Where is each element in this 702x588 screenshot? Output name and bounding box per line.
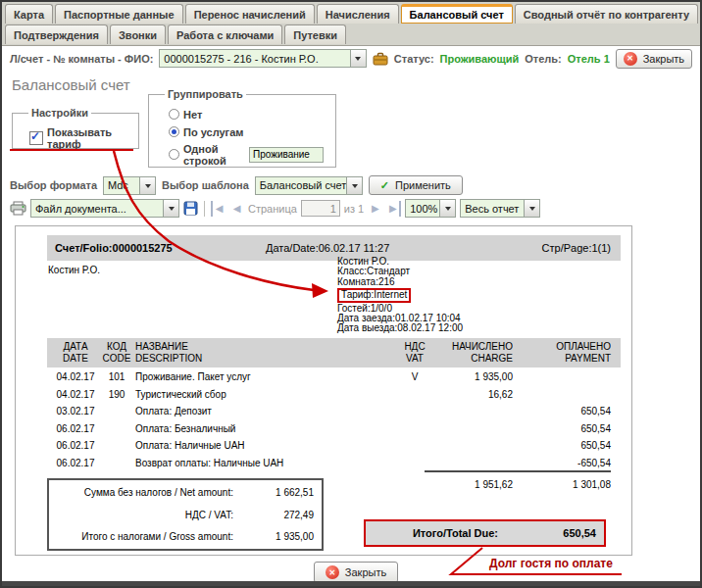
tab-nachisleniya[interactable]: Начисления bbox=[317, 4, 399, 24]
guest-info-line: Комната:216 bbox=[337, 277, 463, 287]
format-row: Выбор формата Mdc Выбор шаблона Балансов… bbox=[10, 175, 463, 195]
cell-date: 06.02.17 bbox=[47, 458, 104, 468]
total-payment: 1 301,08 bbox=[532, 479, 611, 490]
cell-code: 190 bbox=[99, 389, 134, 400]
grouping-group: Группировать Нет По услугам Одной строко… bbox=[148, 88, 336, 168]
show-tariff-label: Показывать тариф bbox=[47, 126, 126, 150]
grouping-group-legend: Группировать bbox=[165, 88, 246, 100]
status-value: Проживающий bbox=[440, 53, 520, 65]
template-select[interactable]: Балансовый счет bbox=[255, 176, 363, 195]
table-row: 03.02.17 Оплата: Депозит 650,54 bbox=[47, 406, 621, 417]
status-label: Статус: bbox=[394, 53, 434, 65]
document-file-select[interactable]: Файл документа... bbox=[30, 199, 179, 218]
cell-vat: V bbox=[393, 371, 436, 382]
total-due-value: 650,54 bbox=[563, 527, 596, 539]
cell-payment: 650,54 bbox=[532, 406, 611, 416]
table-row: 06.02.17 Оплата: Безналичный 650,54 bbox=[47, 423, 621, 435]
tab-putevki[interactable]: Путевки bbox=[284, 24, 346, 44]
show-tariff-option[interactable]: Показывать тариф bbox=[29, 126, 126, 150]
guest-name-left: Костин Р.О. bbox=[48, 265, 100, 275]
apply-button-label: Применить bbox=[395, 179, 451, 191]
guest-info-block: Костин Р.О. Класс:Стандарт Комната:216 Т… bbox=[337, 257, 463, 334]
tab-strip: Карта Паспортные данные Перенос начислен… bbox=[2, 2, 700, 46]
summary-label: Итого с налогами / Gross amount: bbox=[81, 531, 233, 542]
page-title: Балансовый счет bbox=[12, 76, 130, 93]
table-row: 06.02.17 Возврат оплаты: Наличные UAH -6… bbox=[47, 458, 621, 469]
tab-rabota-s-klyuchami[interactable]: Работа с ключами bbox=[168, 24, 282, 44]
cell-code: 101 bbox=[99, 371, 134, 382]
cell-charge: 1 935,00 bbox=[434, 371, 513, 382]
last-page-button[interactable]: ▶ bbox=[386, 201, 401, 217]
report-toolbar: Файл документа... ◀ ◀ Страница из 1 ▶ ▶ … bbox=[10, 198, 540, 219]
total-due-label: Итого/Total Due: bbox=[413, 527, 498, 539]
table-header: ДАТА DATE КОД CODE НАЗВАНИЕ DESCRIPTION … bbox=[47, 338, 621, 368]
cell-desc: Оплата: Безналичный bbox=[135, 423, 235, 434]
single-line-input[interactable] bbox=[249, 147, 324, 163]
prev-page-button[interactable]: ◀ bbox=[229, 201, 244, 217]
show-tariff-checkbox[interactable] bbox=[29, 131, 43, 145]
account-select[interactable]: 0000015275 - 216 - Костин Р.О. bbox=[159, 49, 367, 68]
template-label: Выбор шаблона bbox=[162, 179, 249, 191]
radio-single-line[interactable] bbox=[169, 149, 179, 160]
tab-balansovyy-schet[interactable]: Балансовый счет bbox=[401, 4, 513, 24]
page-number-input[interactable] bbox=[301, 200, 340, 217]
grouping-option-by-service[interactable]: По услугам bbox=[169, 126, 324, 138]
summary-row: Итого с налогами / Gross amount: 1 935,0… bbox=[57, 531, 314, 542]
total-charge: 1 951,62 bbox=[434, 479, 513, 490]
cell-charge: 16,62 bbox=[434, 389, 513, 400]
summary-box: Сумма без налогов / Net amount: 1 662,51… bbox=[47, 478, 324, 551]
close-icon bbox=[326, 565, 339, 579]
close-button-bottom[interactable]: Закрыть bbox=[314, 562, 398, 583]
zoom-select[interactable]: 100% bbox=[405, 199, 456, 218]
format-select[interactable]: Mdc bbox=[103, 176, 156, 195]
radio-none-label: Нет bbox=[183, 109, 202, 121]
first-page-button[interactable]: ◀ bbox=[211, 201, 226, 217]
summary-value: 1 935,00 bbox=[237, 531, 314, 542]
radio-single-line-label: Одной строкой bbox=[183, 143, 245, 167]
cell-payment: -650,54 bbox=[532, 458, 611, 468]
summary-label: НДС / VAT: bbox=[185, 510, 233, 520]
guest-info-line-tariff: Тариф:Internet bbox=[337, 287, 463, 303]
tab-podtverzhdeniya[interactable]: Подтверждения bbox=[5, 24, 108, 44]
tariff-highlight-box: Тариф:Internet bbox=[337, 288, 411, 302]
cell-date: 06.02.17 bbox=[47, 440, 104, 451]
tab-svodnyy-otchet[interactable]: Сводный отчёт по контрагенту bbox=[515, 4, 698, 24]
app-window: Карта Паспортные данные Перенос начислен… bbox=[0, 0, 702, 588]
window-bottom-edge bbox=[2, 581, 700, 586]
toolbar-divider bbox=[204, 201, 205, 217]
printer-icon[interactable] bbox=[10, 201, 26, 216]
tab-pasportnye-dannye[interactable]: Паспортные данные bbox=[55, 4, 183, 24]
radio-none[interactable] bbox=[169, 109, 179, 120]
settings-group: Настройки Показывать тариф bbox=[12, 107, 139, 149]
close-button-top[interactable]: Закрыть bbox=[616, 49, 692, 69]
chevron-down-icon bbox=[163, 200, 178, 217]
cell-date: 04.02.17 bbox=[47, 371, 104, 382]
summary-value: 1 662,51 bbox=[237, 487, 314, 498]
summary-label: Сумма без налогов / Net amount: bbox=[84, 487, 233, 498]
tab-zvonki[interactable]: Звонки bbox=[110, 24, 166, 44]
report-viewport: Счет/Folio:0000015275 Дата/Date:06.02.17… bbox=[15, 225, 632, 556]
next-page-button[interactable]: ▶ bbox=[368, 201, 382, 217]
report-folio: Счет/Folio:0000015275 bbox=[55, 242, 173, 254]
report-header-bar: Счет/Folio:0000015275 Дата/Date:06.02.17… bbox=[47, 235, 621, 261]
document-file-value: Файл документа... bbox=[35, 203, 126, 215]
format-label: Выбор формата bbox=[10, 179, 97, 191]
tab-perenos-nachisleniy[interactable]: Перенос начислений bbox=[185, 4, 315, 24]
scope-select[interactable]: Весь отчет bbox=[460, 199, 540, 218]
grouping-option-none[interactable]: Нет bbox=[169, 109, 324, 121]
tab-karta[interactable]: Карта bbox=[5, 4, 53, 24]
col-charge: НАЧИСЛЕНО CHARGE bbox=[434, 341, 513, 365]
chevron-down-icon bbox=[139, 177, 155, 194]
grouping-option-single-line[interactable]: Одной строкой bbox=[169, 143, 324, 167]
radio-by-service[interactable] bbox=[169, 126, 179, 137]
account-bar: Л/счет - № комнаты - ФИО: 0000015275 - 2… bbox=[10, 48, 692, 69]
account-label: Л/счет - № комнаты - ФИО: bbox=[10, 53, 153, 65]
tab-row-1: Карта Паспортные данные Перенос начислен… bbox=[5, 4, 700, 24]
save-icon[interactable] bbox=[183, 201, 198, 216]
col-date: ДАТА DATE bbox=[47, 341, 104, 365]
hotel-value: Отель 1 bbox=[568, 53, 610, 65]
checkmark-icon: ✓ bbox=[380, 179, 389, 192]
radio-by-service-label: По услугам bbox=[183, 126, 243, 138]
apply-button[interactable]: ✓ Применить bbox=[369, 175, 463, 195]
chevron-down-icon bbox=[346, 177, 362, 194]
